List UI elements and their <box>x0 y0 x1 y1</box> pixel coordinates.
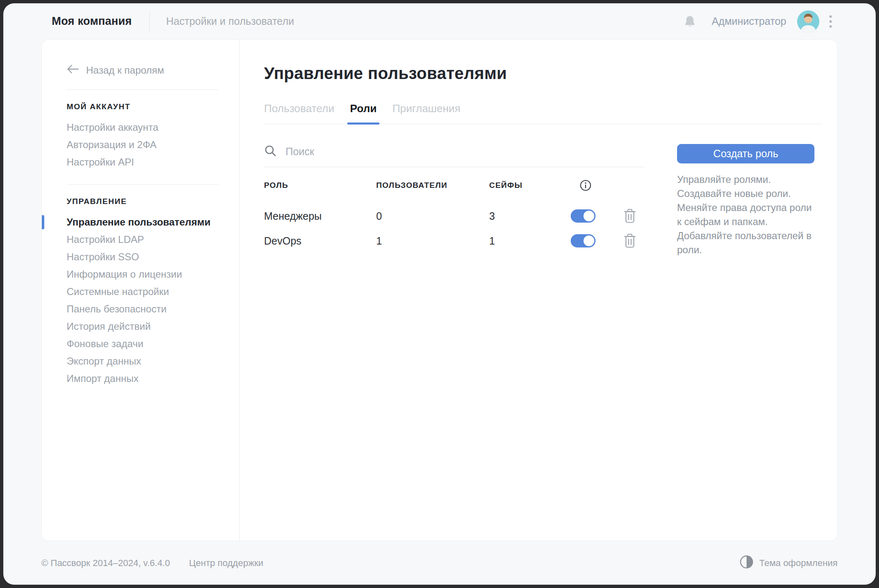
role-name: Менеджеры <box>264 210 322 222</box>
page-title: Управление пользователями <box>264 63 837 83</box>
sidebar-section-management: УПРАВЛЕНИЕ <box>67 197 219 206</box>
delete-role-button[interactable] <box>623 208 637 224</box>
sidebar-item-ldap-settings[interactable]: Настройки LDAP <box>67 231 219 248</box>
arrow-left-icon <box>67 64 79 77</box>
sidebar-item-sso-settings[interactable]: Настройки SSO <box>67 248 219 266</box>
kebab-menu-icon[interactable] <box>829 13 833 30</box>
tab-roles[interactable]: Роли <box>350 102 377 124</box>
sidebar-item-security-panel[interactable]: Панель безопасности <box>67 300 219 318</box>
search-input[interactable] <box>285 145 644 158</box>
app-window: Моя компания Настройки и пользователи Ад… <box>3 3 876 585</box>
create-role-button[interactable]: Создать роль <box>677 144 814 163</box>
sidebar-item-license-info[interactable]: Информация о лицензии <box>67 266 219 283</box>
role-users-count: 0 <box>376 210 382 222</box>
header-divider <box>149 11 150 32</box>
header-section-title: Настройки и пользователи <box>166 15 294 27</box>
table-row: DevOps 1 1 <box>264 228 644 253</box>
sidebar-divider <box>67 89 219 90</box>
avatar[interactable] <box>797 10 819 33</box>
sidebar-item-api-settings[interactable]: Настройки API <box>67 154 219 171</box>
roles-side-panel: Создать роль Управляйте ролями. Создавай… <box>677 144 823 257</box>
search-icon <box>264 144 276 158</box>
search-field <box>264 144 644 167</box>
column-header-users: ПОЛЬЗОВАТЕЛИ <box>376 181 447 190</box>
sidebar-item-data-export[interactable]: Экспорт данных <box>67 353 219 370</box>
tab-invitations[interactable]: Приглашения <box>392 102 461 124</box>
copyright-text: © Пассворк 2014–2024, v.6.4.0 <box>41 558 170 569</box>
delete-role-button[interactable] <box>623 233 637 249</box>
theme-switcher[interactable]: Тема оформления <box>740 555 838 571</box>
tab-bar: Пользователи Роли Приглашения <box>264 102 822 124</box>
role-enabled-toggle[interactable] <box>571 209 596 223</box>
footer: © Пассворк 2014–2024, v.6.4.0 Центр подд… <box>3 541 876 585</box>
column-header-role: РОЛЬ <box>264 181 288 190</box>
column-header-safes: СЕЙФЫ <box>489 181 523 190</box>
content-area: Управление пользователями Пользователи Р… <box>240 40 837 541</box>
support-center-link[interactable]: Центр поддержки <box>189 558 264 569</box>
roles-panel: РОЛЬ ПОЛЬЗОВАТЕЛИ СЕЙФЫ Менеджеры 0 3 <box>264 144 644 253</box>
sidebar-item-auth-2fa[interactable]: Авторизация и 2ФА <box>67 136 219 154</box>
brand-title: Моя компания <box>52 15 132 28</box>
roles-description: Управляйте ролями. Создавайте новые роли… <box>677 173 818 257</box>
sidebar-item-activity-history[interactable]: История действий <box>67 318 219 335</box>
header-actions: Администратор <box>684 10 876 33</box>
info-icon[interactable] <box>579 179 592 192</box>
tab-users[interactable]: Пользователи <box>264 102 334 124</box>
role-enabled-toggle[interactable] <box>571 234 596 247</box>
sidebar-item-user-management[interactable]: Управление пользователями <box>67 214 219 231</box>
sidebar-divider <box>67 184 219 185</box>
sidebar: Назад к паролям МОЙ АККАУНТ Настройки ак… <box>42 40 240 541</box>
sidebar-item-data-import[interactable]: Импорт данных <box>67 370 219 387</box>
notifications-bell-icon[interactable] <box>684 15 696 28</box>
back-to-passwords-link[interactable]: Назад к паролям <box>67 62 219 79</box>
role-safes-count: 1 <box>489 235 495 247</box>
role-users-count: 1 <box>376 235 382 247</box>
theme-contrast-icon <box>740 555 754 571</box>
role-safes-count: 3 <box>489 210 495 222</box>
top-bar: Моя компания Настройки и пользователи Ад… <box>3 3 876 39</box>
table-row: Менеджеры 0 3 <box>264 204 644 228</box>
back-link-label: Назад к паролям <box>86 65 164 76</box>
sidebar-item-account-settings[interactable]: Настройки аккаунта <box>67 119 219 136</box>
sidebar-item-system-settings[interactable]: Системные настройки <box>67 283 219 300</box>
user-name: Администратор <box>712 15 786 27</box>
sidebar-section-my-account: МОЙ АККАУНТ <box>67 102 219 111</box>
table-header-row: РОЛЬ ПОЛЬЗОВАТЕЛИ СЕЙФЫ <box>264 167 644 204</box>
theme-switcher-label: Тема оформления <box>759 558 838 569</box>
role-name: DevOps <box>264 235 301 247</box>
sidebar-item-background-tasks[interactable]: Фоновые задачи <box>67 335 219 353</box>
main-card: Назад к паролям МОЙ АККАУНТ Настройки ак… <box>41 39 838 541</box>
